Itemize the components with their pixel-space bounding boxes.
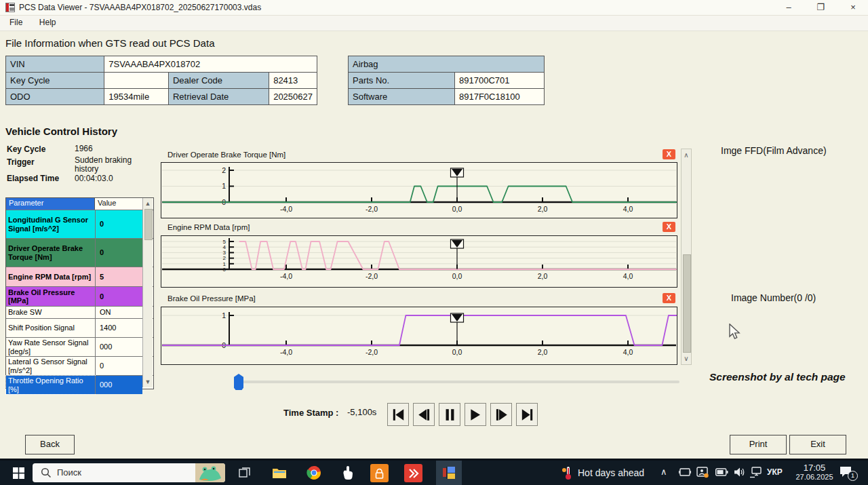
charts-scroll-up-icon[interactable]: ∧: [682, 151, 691, 159]
weather-widget[interactable]: [557, 461, 576, 485]
skip-end-button[interactable]: [516, 403, 538, 426]
parts-no-value: 891700C701: [455, 73, 545, 89]
search-icon: [41, 467, 52, 478]
scrollbar-thumb[interactable]: [144, 209, 153, 240]
param-row[interactable]: Brake Oil Pressure [MPa]0: [6, 286, 153, 306]
tray-network-icon[interactable]: [749, 467, 763, 478]
param-label: Brake SW: [6, 307, 95, 318]
search-highlight-frog-image[interactable]: [195, 463, 225, 482]
param-value: 5: [95, 267, 142, 286]
tray-battery-icon[interactable]: [715, 468, 728, 476]
param-label: Driver Operate Brake Torque [Nm]: [6, 239, 95, 267]
watermark-text: Screenshot by al tech page: [709, 371, 846, 383]
charts-scrollbar-thumb[interactable]: [683, 254, 691, 353]
start-button[interactable]: [5, 461, 31, 485]
windows-logo-icon: [13, 467, 24, 479]
scroll-up-icon[interactable]: ▲: [143, 200, 153, 207]
language-indicator[interactable]: УКР: [767, 467, 783, 477]
history-heading: Vehicle Control History: [5, 125, 117, 137]
svg-text:-4,0: -4,0: [280, 205, 292, 213]
scroll-down-icon[interactable]: ▼: [143, 379, 153, 385]
time-slider-thumb[interactable]: [234, 374, 243, 390]
param-row[interactable]: Yaw Rate Sensor Signal [deg/s]000: [6, 337, 153, 356]
param-row[interactable]: Brake SWON: [6, 306, 153, 318]
file-explorer-button[interactable]: [268, 461, 291, 485]
file-info-heading: File Information when GTS read out PCS D…: [5, 37, 214, 49]
parameter-table-scrollbar[interactable]: ▲ ▼: [142, 198, 153, 387]
step-back-button[interactable]: [413, 403, 435, 426]
param-label: Brake Oil Pressure [MPa]: [6, 287, 95, 306]
orange-app-button[interactable]: [370, 464, 389, 482]
parameter-table-header: Parameter Value: [6, 198, 153, 210]
dealer-code-value: 82413: [269, 73, 317, 89]
charts-scroll-down-icon[interactable]: ∨: [682, 355, 691, 362]
param-label: Longitudinal G Sensor Signal [m/s^2]: [6, 210, 95, 238]
param-value: 0: [95, 210, 142, 238]
print-button[interactable]: Print: [730, 435, 787, 454]
param-row[interactable]: Throttle Opening Ratio [%]000: [6, 375, 153, 394]
taskbar: Поиск: [0, 461, 868, 485]
svg-text:4,0: 4,0: [623, 272, 633, 280]
history-elapsed-label: Elapsed Time: [7, 174, 59, 183]
param-row[interactable]: Shift Position Signal1400: [6, 318, 153, 337]
transport-buttons: [387, 403, 538, 426]
svg-text:1: 1: [222, 311, 226, 319]
minimize-button[interactable]: –: [777, 0, 800, 15]
software-value: 8917F0C18100: [455, 89, 545, 105]
weather-text[interactable]: Hot days ahead: [578, 467, 644, 478]
tray-display-icon[interactable]: [679, 467, 691, 478]
param-row[interactable]: Engine RPM Data [rpm]5: [6, 267, 153, 286]
step-forward-button[interactable]: [490, 403, 512, 426]
close-button[interactable]: ×: [842, 0, 865, 15]
param-value: 0: [95, 239, 142, 267]
skip-start-icon: [392, 408, 405, 421]
menu-file[interactable]: File: [3, 16, 29, 29]
value-column-header[interactable]: Value: [95, 198, 142, 210]
chart1-close-button[interactable]: X: [663, 149, 675, 159]
param-label: Lateral G Sensor Signal [m/s^2]: [6, 357, 95, 375]
pause-button[interactable]: [439, 403, 460, 426]
svg-text:4: 4: [223, 244, 226, 250]
back-button[interactable]: Back: [25, 435, 75, 454]
notification-center-button[interactable]: 1: [840, 465, 859, 482]
param-row[interactable]: Lateral G Sensor Signal [m/s^2]0: [6, 356, 153, 375]
restore-button[interactable]: ❐: [809, 0, 832, 15]
history-trigger-value: Sudden braking history: [75, 156, 151, 174]
skip-start-button[interactable]: [387, 403, 409, 426]
red-app-button[interactable]: [404, 464, 422, 482]
chart1-plot: 012-4,0-2,00,02,04,0: [161, 162, 677, 218]
search-box[interactable]: Поиск: [33, 463, 225, 482]
skip-end-icon: [521, 408, 534, 421]
history-key-cycle-value: 1966: [75, 144, 93, 153]
notification-badge: 1: [848, 471, 858, 481]
image-number-label: Image Number(0 /0): [731, 292, 816, 303]
chart2-close-button[interactable]: X: [663, 222, 675, 232]
task-view-button[interactable]: [233, 461, 256, 485]
hand-pointer-button[interactable]: [336, 461, 359, 485]
tray-clock[interactable]: 17:05 27.06.2025: [792, 463, 837, 481]
double-chevron-icon: [408, 469, 419, 478]
exit-button[interactable]: Exit: [789, 435, 846, 454]
lock-device-icon: [374, 468, 384, 479]
parameter-column-header[interactable]: Parameter: [6, 198, 95, 210]
tray-volume-icon[interactable]: [734, 467, 746, 478]
chart3-title: Brake Oil Pressure [MPa]: [167, 294, 256, 303]
pcs-viewer-taskbar-button[interactable]: [436, 461, 462, 485]
task-view-icon: [239, 467, 251, 479]
param-row[interactable]: Driver Operate Brake Torque [Nm]0: [6, 238, 153, 267]
svg-text:2,0: 2,0: [538, 272, 548, 280]
mouse-cursor-icon: [728, 324, 741, 340]
chart3-plot: 01-4,0-2,00,02,04,0: [161, 307, 677, 365]
chrome-button[interactable]: [302, 461, 326, 485]
menu-help[interactable]: Help: [33, 16, 63, 29]
play-button[interactable]: [465, 403, 486, 426]
time-slider-track[interactable]: [239, 381, 679, 383]
param-row[interactable]: Longitudinal G Sensor Signal [m/s^2]0: [6, 210, 153, 238]
tray-chevron-icon[interactable]: ∧: [660, 467, 667, 477]
chart3-close-button[interactable]: X: [663, 293, 675, 303]
history-trigger-label: Trigger: [7, 157, 35, 167]
chart2-title: Engine RPM Data [rpm]: [167, 223, 250, 231]
svg-text:-4,0: -4,0: [280, 272, 292, 280]
charts-scrollbar[interactable]: ∧ ∨: [681, 149, 692, 365]
tray-account-icon[interactable]: [696, 467, 709, 478]
